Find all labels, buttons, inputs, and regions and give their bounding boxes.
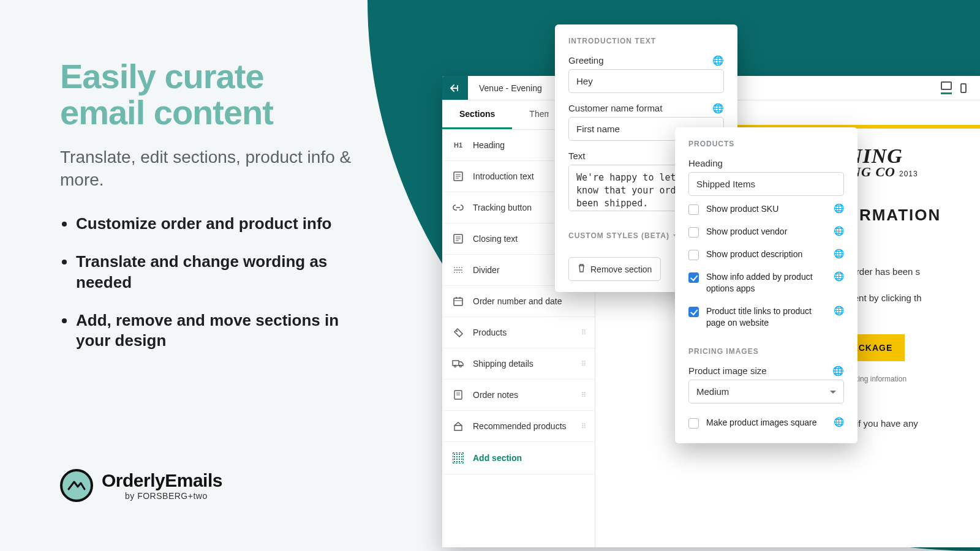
- section-recommended[interactable]: Recommended products⠿: [442, 411, 595, 442]
- desktop-preview-toggle[interactable]: [941, 81, 952, 94]
- tab-sections[interactable]: Sections: [442, 100, 512, 129]
- truck-icon: [452, 359, 464, 368]
- globe-icon[interactable]: 🌐: [834, 249, 844, 258]
- desktop-icon: [941, 81, 952, 90]
- calendar-icon: [452, 296, 464, 306]
- brand-logo-icon: [60, 469, 93, 502]
- section-shipping[interactable]: Shipping details⠿: [442, 348, 595, 380]
- drag-handle-icon[interactable]: ⠿: [581, 360, 587, 368]
- section-products[interactable]: Products⠿: [442, 317, 595, 348]
- image-size-select[interactable]: Medium: [688, 380, 844, 403]
- add-section-button[interactable]: Add section: [442, 442, 595, 474]
- mobile-preview-toggle[interactable]: [960, 83, 967, 93]
- note-icon: [452, 390, 464, 400]
- hero-bullet: Translate and change wording as needed: [76, 252, 366, 293]
- svg-point-18: [459, 365, 461, 367]
- globe-icon[interactable]: 🌐: [834, 203, 844, 213]
- tab-theme[interactable]: Theme: [512, 100, 549, 129]
- show-description-checkbox[interactable]: Show product description🌐: [688, 241, 844, 264]
- products-panel: PRODUCTS Heading Show product SKU🌐 Show …: [675, 127, 858, 443]
- hero-subtext: Translate, edit sections, product info &…: [60, 146, 366, 192]
- globe-icon[interactable]: 🌐: [712, 103, 724, 114]
- pricing-images-heading: PRICING IMAGES: [688, 347, 844, 356]
- svg-rect-16: [453, 361, 459, 365]
- app-title: Venue - Evening: [468, 76, 553, 100]
- add-icon: [453, 452, 464, 463]
- mobile-icon: [960, 83, 967, 93]
- brand-lockup: OrderlyEmails by FORSBERG+two: [60, 469, 222, 502]
- show-options-info-checkbox[interactable]: Show info added by product options apps🌐: [688, 264, 844, 298]
- link-icon: [452, 203, 464, 212]
- drag-handle-icon[interactable]: ⠿: [581, 329, 587, 337]
- image-size-label: Product image size🌐: [688, 365, 844, 376]
- show-sku-checkbox[interactable]: Show product SKU🌐: [688, 196, 844, 219]
- svg-point-15: [456, 331, 458, 332]
- trash-icon: [578, 264, 586, 274]
- products-heading-label: Heading: [688, 158, 844, 168]
- title-links-checkbox[interactable]: Product title links to product page on w…: [688, 298, 844, 332]
- drag-handle-icon[interactable]: ⠿: [581, 391, 587, 399]
- tag-icon: [452, 328, 464, 337]
- hero-bullet: Customize order and product info: [76, 214, 366, 234]
- greeting-input[interactable]: [568, 69, 724, 93]
- svg-rect-11: [454, 298, 462, 305]
- back-button[interactable]: [442, 76, 468, 100]
- panel-title: PRODUCTS: [688, 140, 844, 148]
- hero-bullet: Add, remove and move sections in your de…: [76, 310, 366, 352]
- globe-icon[interactable]: 🌐: [712, 55, 724, 66]
- greeting-label: Greeting🌐: [568, 55, 724, 66]
- panel-title: INTRODUCTION TEXT: [568, 37, 724, 45]
- hero-bullet-list: Customize order and product info Transla…: [60, 214, 366, 351]
- hero-headline: Easily curate email content: [60, 59, 366, 131]
- globe-icon[interactable]: 🌐: [834, 226, 844, 236]
- products-heading-input[interactable]: [688, 172, 844, 196]
- globe-icon[interactable]: 🌐: [834, 417, 844, 427]
- brand-name: OrderlyEmails: [102, 470, 222, 491]
- gift-icon: [452, 421, 464, 431]
- text-block-icon: [452, 234, 464, 244]
- remove-section-button[interactable]: Remove section: [568, 257, 661, 281]
- square-images-checkbox[interactable]: Make product images square🌐: [688, 410, 844, 432]
- divider-icon: [452, 266, 464, 274]
- svg-point-17: [454, 365, 456, 367]
- show-vendor-checkbox[interactable]: Show product vendor🌐: [688, 219, 844, 241]
- globe-icon[interactable]: 🌐: [834, 305, 844, 315]
- name-format-label: Customer name format🌐: [568, 103, 724, 113]
- text-block-icon: [452, 171, 464, 181]
- heading-icon: H1: [452, 141, 464, 149]
- brand-byline: by FORSBERG+two: [125, 491, 222, 501]
- globe-icon[interactable]: 🌐: [834, 271, 844, 281]
- section-order-notes[interactable]: Order notes⠿: [442, 380, 595, 411]
- drag-handle-icon[interactable]: ⠿: [581, 422, 587, 430]
- globe-icon[interactable]: 🌐: [832, 365, 844, 377]
